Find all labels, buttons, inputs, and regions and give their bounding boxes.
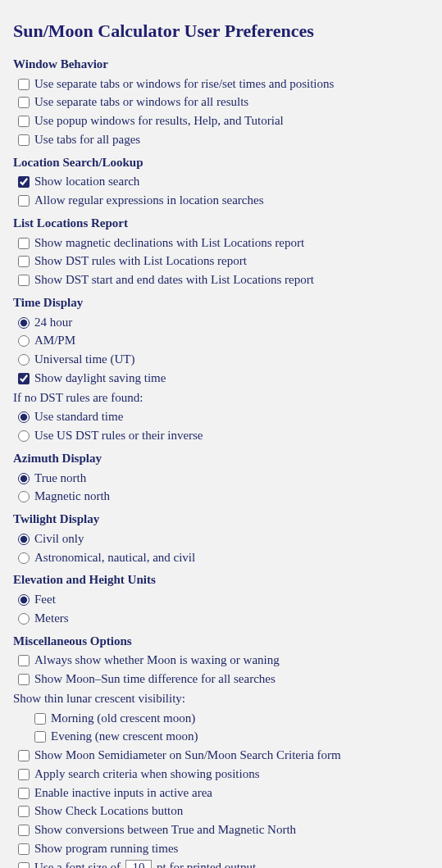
- opt-standard-time[interactable]: Use standard time: [18, 408, 429, 426]
- radio-ut[interactable]: [18, 354, 30, 366]
- list-locations-heading: List Locations Report: [13, 215, 429, 233]
- opt-ut[interactable]: Universal time (UT): [18, 351, 429, 369]
- opt-moon-sun-diff[interactable]: Show Moon–Sun time difference for all se…: [18, 670, 429, 688]
- label-sep-tabs-riseset: Use separate tabs or windows for rise/se…: [34, 75, 334, 93]
- checkbox-apply-crit[interactable]: [18, 769, 30, 780]
- opt-enable-inact[interactable]: Enable inactive inputs in active area: [18, 784, 429, 802]
- elevation-heading: Elevation and Height Units: [13, 571, 429, 589]
- opt-sep-tabs-all[interactable]: Use separate tabs or windows for all res…: [18, 93, 429, 111]
- label-anc: Astronomical, nautical, and civil: [34, 549, 195, 567]
- opt-show-dst[interactable]: Show daylight saving time: [18, 370, 429, 388]
- checkbox-dst-dates[interactable]: [18, 275, 30, 286]
- radio-us-dst[interactable]: [18, 430, 30, 442]
- opt-run-times[interactable]: Show program running times: [18, 840, 429, 858]
- twilight-heading: Twilight Display: [13, 511, 429, 529]
- checkbox-tabs-all[interactable]: [18, 134, 30, 146]
- page-title: Sun/Moon Calculator User Preferences: [13, 18, 429, 44]
- checkbox-mag-decl[interactable]: [18, 238, 30, 249]
- label-crescent-evening: Evening (new crescent moon): [51, 728, 198, 746]
- opt-check-loc[interactable]: Show Check Locations button: [18, 802, 429, 820]
- misc-heading: Miscellaneous Options: [13, 633, 429, 651]
- opt-show-search[interactable]: Show location search: [18, 173, 429, 191]
- azimuth-heading: Azimuth Display: [13, 450, 429, 468]
- label-us-dst: Use US DST rules or their inverse: [34, 427, 203, 445]
- label-show-search: Show location search: [34, 173, 139, 191]
- opt-semidiam[interactable]: Show Moon Semidiameter on Sun/Moon Searc…: [18, 747, 429, 765]
- label-font-size-prefix: Use a font size of: [34, 859, 121, 868]
- label-sep-tabs-all: Use separate tabs or windows for all res…: [34, 93, 248, 111]
- checkbox-enable-inact[interactable]: [18, 788, 30, 799]
- opt-conv-true-mag[interactable]: Show conversions between True and Magnet…: [18, 821, 429, 839]
- radio-magnetic-north[interactable]: [18, 491, 30, 502]
- checkbox-crescent-morning[interactable]: [34, 713, 46, 725]
- opt-us-dst[interactable]: Use US DST rules or their inverse: [18, 427, 429, 445]
- opt-anc[interactable]: Astronomical, nautical, and civil: [18, 549, 429, 567]
- input-font-size[interactable]: [125, 860, 152, 868]
- opt-civil[interactable]: Civil only: [18, 530, 429, 548]
- radio-ampm[interactable]: [18, 335, 30, 347]
- label-24hour: 24 hour: [34, 314, 72, 332]
- label-font-size-suffix: pt for printed output: [157, 859, 256, 868]
- checkbox-sep-tabs-riseset[interactable]: [18, 79, 30, 90]
- label-tabs-all: Use tabs for all pages: [34, 131, 140, 149]
- label-check-loc: Show Check Locations button: [34, 802, 183, 820]
- opt-tabs-all[interactable]: Use tabs for all pages: [18, 131, 429, 149]
- opt-ampm[interactable]: AM/PM: [18, 332, 429, 350]
- checkbox-show-dst[interactable]: [18, 373, 30, 384]
- checkbox-popup-windows[interactable]: [18, 116, 30, 127]
- opt-magnetic-north[interactable]: Magnetic north: [18, 488, 429, 506]
- label-crescent-morning: Morning (old crescent moon): [51, 710, 195, 728]
- opt-crescent-morning[interactable]: Morning (old crescent moon): [34, 710, 429, 728]
- label-feet: Feet: [34, 591, 56, 609]
- opt-allow-regex[interactable]: Allow regular expressions in location se…: [18, 192, 429, 210]
- opt-meters[interactable]: Meters: [18, 610, 429, 628]
- opt-dst-rules[interactable]: Show DST rules with List Locations repor…: [18, 252, 429, 270]
- opt-feet[interactable]: Feet: [18, 591, 429, 609]
- no-dst-note: If no DST rules are found:: [13, 389, 429, 407]
- opt-wax-wane[interactable]: Always show whether Moon is waxing or wa…: [18, 652, 429, 670]
- checkbox-run-times[interactable]: [18, 843, 30, 855]
- label-true-north: True north: [34, 470, 86, 488]
- label-semidiam: Show Moon Semidiameter on Sun/Moon Searc…: [34, 747, 341, 765]
- opt-24hour[interactable]: 24 hour: [18, 314, 429, 332]
- checkbox-allow-regex[interactable]: [18, 195, 30, 207]
- checkbox-check-loc[interactable]: [18, 806, 30, 817]
- opt-mag-decl[interactable]: Show magnetic declinations with List Loc…: [18, 234, 429, 252]
- checkbox-wax-wane[interactable]: [18, 655, 30, 666]
- checkbox-semidiam[interactable]: [18, 750, 30, 761]
- label-moon-sun-diff: Show Moon–Sun time difference for all se…: [34, 670, 276, 688]
- checkbox-moon-sun-diff[interactable]: [18, 674, 30, 685]
- crescent-note: Show thin lunar crescent visibility:: [13, 690, 429, 708]
- radio-feet[interactable]: [18, 594, 30, 606]
- label-civil: Civil only: [34, 530, 84, 548]
- label-wax-wane: Always show whether Moon is waxing or wa…: [34, 652, 280, 670]
- radio-meters[interactable]: [18, 613, 30, 625]
- label-allow-regex: Allow regular expressions in location se…: [34, 192, 264, 210]
- opt-font-size[interactable]: Use a font size of pt for printed output: [18, 859, 429, 868]
- radio-standard-time[interactable]: [18, 411, 30, 423]
- label-conv-true-mag: Show conversions between True and Magnet…: [34, 821, 296, 839]
- label-ut: Universal time (UT): [34, 351, 134, 369]
- opt-dst-dates[interactable]: Show DST start and end dates with List L…: [18, 271, 429, 289]
- opt-popup-windows[interactable]: Use popup windows for results, Help, and…: [18, 112, 429, 130]
- radio-true-north[interactable]: [18, 473, 30, 484]
- radio-anc[interactable]: [18, 552, 30, 564]
- opt-sep-tabs-riseset[interactable]: Use separate tabs or windows for rise/se…: [18, 75, 429, 93]
- label-dst-dates: Show DST start and end dates with List L…: [34, 271, 314, 289]
- window-behavior-heading: Window Behavior: [13, 56, 429, 74]
- radio-24hour[interactable]: [18, 317, 30, 329]
- checkbox-dst-rules[interactable]: [18, 256, 30, 267]
- opt-crescent-evening[interactable]: Evening (new crescent moon): [34, 728, 429, 746]
- label-mag-decl: Show magnetic declinations with List Loc…: [34, 234, 304, 252]
- checkbox-font-size[interactable]: [18, 862, 30, 868]
- checkbox-conv-true-mag[interactable]: [18, 825, 30, 836]
- checkbox-crescent-evening[interactable]: [34, 731, 46, 743]
- checkbox-sep-tabs-all[interactable]: [18, 97, 30, 108]
- label-magnetic-north: Magnetic north: [34, 488, 110, 506]
- radio-civil[interactable]: [18, 534, 30, 545]
- checkbox-show-search[interactable]: [18, 176, 30, 188]
- opt-apply-crit[interactable]: Apply search criteria when showing posit…: [18, 766, 429, 784]
- label-run-times: Show program running times: [34, 840, 178, 858]
- opt-true-north[interactable]: True north: [18, 470, 429, 488]
- label-meters: Meters: [34, 610, 69, 628]
